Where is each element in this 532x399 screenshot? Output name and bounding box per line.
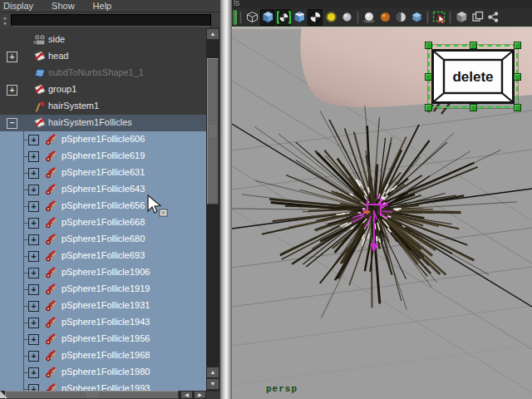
use-default-material-icon[interactable] — [308, 9, 323, 26]
expand-plus-icon[interactable]: + — [28, 151, 39, 162]
outliner-row-follicle[interactable]: + pSphere1Follicle631 — [0, 165, 206, 181]
scroll-right-button[interactable]: ▶ — [194, 391, 206, 399]
outliner-row-follicle[interactable]: + pSphere1Follicle1919 — [0, 281, 206, 298]
manip-handle-sw[interactable] — [425, 104, 432, 111]
outliner-row-follicle[interactable]: + pSphere1Follicle1993 — [0, 381, 206, 391]
two-sided-lighting-icon[interactable] — [393, 9, 408, 26]
lighting-off-icon[interactable] — [339, 9, 354, 26]
manip-handle-e[interactable] — [514, 73, 521, 81]
follicle-icon — [45, 366, 58, 379]
expand-plus-icon[interactable]: + — [7, 85, 17, 96]
multi-pane-icon[interactable] — [470, 9, 485, 26]
outliner-row-follicle[interactable]: + pSphere1Follicle606 — [0, 131, 206, 148]
expand-plus-icon[interactable]: + — [28, 284, 39, 295]
transform-icon — [33, 83, 47, 96]
scroll-down-button[interactable]: ▼ — [206, 378, 219, 390]
delete-button-image[interactable]: delete — [431, 49, 515, 104]
viewport-canvas[interactable]: delete persp — [232, 27, 532, 399]
scroll-left-button[interactable]: ◀ — [180, 391, 193, 399]
menu-help[interactable]: Help — [91, 1, 114, 12]
outliner-row-label: pSphere1Follicle656 — [62, 200, 145, 210]
outliner-panel: Display Show Help ▸▸ side + head — [0, 0, 220, 399]
expand-plus-icon[interactable]: + — [28, 218, 39, 229]
viewport-toolbar — [232, 8, 532, 27]
vscroll-thumb[interactable] — [207, 58, 219, 204]
manip-handle-w[interactable] — [425, 73, 432, 81]
lighting-all-icon[interactable] — [323, 9, 338, 26]
outliner-row-follicle[interactable]: + pSphere1Follicle1906 — [0, 264, 206, 281]
expand-plus-icon[interactable]: + — [28, 251, 39, 262]
manip-handle-se[interactable] — [514, 104, 521, 111]
manip-handle-n[interactable] — [470, 42, 477, 49]
textures-icon[interactable] — [377, 9, 392, 26]
isolate-select-icon[interactable] — [431, 9, 446, 26]
outliner-row-follicle[interactable]: + pSphere1Follicle680 — [0, 231, 206, 248]
shaded-icon[interactable] — [260, 9, 275, 26]
outliner-row-group1[interactable]: + group1 — [0, 81, 206, 98]
outliner-row-subdtonurbs[interactable]: subdToNurbsShape1_1 — [0, 65, 206, 81]
wireframe-on-shaded-icon[interactable] — [276, 9, 291, 26]
follicle-row-list: + pSphere1Follicle606 + pSphere1Follicle… — [0, 131, 206, 391]
outliner-row-follicle[interactable]: + pSphere1Follicle619 — [0, 148, 206, 165]
outliner-row-head[interactable]: + head — [0, 48, 206, 65]
expand-plus-icon[interactable]: + — [7, 52, 17, 62]
transform-icon — [33, 116, 47, 130]
outliner-row-follicle[interactable]: + pSphere1Follicle668 — [0, 214, 206, 231]
outliner-filter-input[interactable] — [11, 14, 211, 27]
expand-plus-icon[interactable]: + — [28, 268, 39, 278]
outliner-vscrollbar[interactable]: ▲ ▲ ▼ — [206, 28, 219, 391]
camera-name-label: persp — [266, 384, 298, 394]
panel-splitter[interactable] — [220, 0, 232, 399]
expand-plus-icon[interactable]: + — [28, 135, 39, 145]
scene-cube-icon[interactable] — [454, 9, 469, 26]
expand-plus-icon[interactable]: + — [28, 334, 39, 345]
filter-toggle-icon[interactable]: ▸▸ — [0, 16, 11, 26]
shadows-icon[interactable] — [362, 9, 377, 26]
outliner-row-follicle[interactable]: + pSphere1Follicle1931 — [0, 298, 206, 314]
panel-edge-button[interactable] — [233, 10, 237, 25]
menu-display[interactable]: Display — [2, 1, 35, 12]
outliner-hscrollbar[interactable]: ◀ ▶ — [0, 391, 206, 399]
panels-menu-partial[interactable]: ls — [234, 0, 239, 7]
outliner-row-label: subdToNurbsShape1_1 — [48, 67, 144, 77]
xray-icon[interactable] — [409, 9, 424, 26]
hscroll-track[interactable] — [5, 391, 180, 399]
manip-handle-s[interactable] — [470, 104, 477, 111]
expand-plus-icon[interactable]: + — [28, 168, 39, 179]
expand-plus-icon[interactable]: + — [28, 384, 39, 391]
outliner-row-hairsystem1[interactable]: hairSystem1 — [0, 98, 206, 115]
expand-plus-icon[interactable]: + — [28, 301, 39, 312]
manip-handle-nw[interactable] — [425, 42, 432, 49]
outliner-row-side[interactable]: side — [0, 32, 206, 48]
outliner-row-label: pSphere1Follicle1931 — [62, 300, 150, 310]
collapse-minus-icon[interactable]: − — [7, 118, 17, 129]
perspective-viewport-panel: ls — [232, 0, 532, 399]
textured-icon[interactable] — [292, 9, 307, 26]
manip-handle-ne[interactable] — [514, 42, 521, 49]
menu-show[interactable]: Show — [50, 1, 76, 12]
expand-plus-icon[interactable]: + — [28, 318, 39, 328]
expand-plus-icon[interactable]: + — [28, 185, 39, 195]
outliner-row-label: head — [48, 51, 68, 61]
expand-plus-icon[interactable]: + — [28, 201, 39, 212]
outliner-row-label: side — [48, 34, 65, 44]
outliner-row-follicle[interactable]: + pSphere1Follicle1980 — [0, 364, 206, 381]
outliner-row-follicle[interactable]: + pSphere1Follicle693 — [0, 248, 206, 264]
expand-plus-icon[interactable]: + — [28, 367, 39, 378]
scroll-up-button-bottom[interactable]: ▲ — [206, 367, 219, 378]
wireframe-icon[interactable] — [244, 9, 259, 26]
outliner-row-follicle[interactable]: + pSphere1Follicle1956 — [0, 331, 206, 347]
hscroll-thumb[interactable] — [5, 391, 179, 399]
delete-plane-selection[interactable]: delete — [428, 45, 518, 108]
expand-plus-icon[interactable]: + — [28, 234, 39, 245]
outliner-row-follicle[interactable]: + pSphere1Follicle656 — [0, 198, 206, 214]
toolbar-separator — [447, 11, 453, 24]
outliner-row-follicle[interactable]: + pSphere1Follicle1968 — [0, 347, 206, 364]
outliner-row-follicle[interactable]: + pSphere1Follicle1943 — [0, 314, 206, 331]
outliner-row-hairsystem1follicles[interactable]: − hairSystem1Follicles — [0, 115, 206, 131]
expand-plus-icon[interactable]: + — [28, 351, 39, 362]
outliner-row-follicle[interactable]: + pSphere1Follicle643 — [0, 181, 206, 198]
scroll-up-button[interactable]: ▲ — [206, 28, 219, 40]
vscroll-track[interactable] — [206, 40, 219, 377]
share-view-icon[interactable] — [485, 9, 500, 26]
